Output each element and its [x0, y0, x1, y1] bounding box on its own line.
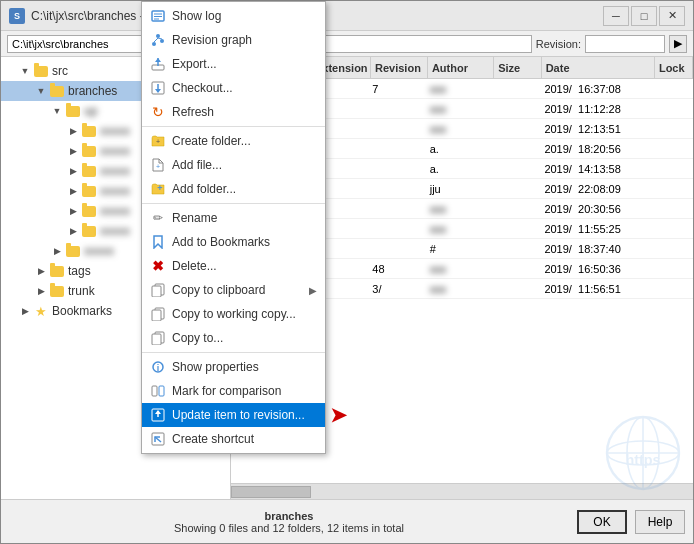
- add-file-icon: +: [150, 157, 166, 173]
- menu-label-revision-graph: Revision graph: [172, 33, 317, 47]
- expand-icon: ▶: [33, 283, 49, 299]
- graph-icon: [150, 32, 166, 48]
- tree-label-sub4: xxxxx: [100, 184, 130, 198]
- folder-icon: [49, 84, 65, 98]
- status-info: branches Showing 0 files and 12 folders,…: [9, 510, 569, 534]
- svg-marker-14: [155, 89, 161, 93]
- menu-item-create-shortcut[interactable]: Create shortcut: [142, 427, 325, 451]
- tree-label-sub5: xxxxx: [100, 204, 130, 218]
- menu-item-delete[interactable]: ✖ Delete...: [142, 254, 325, 278]
- menu-label-checkout: Checkout...: [172, 81, 317, 95]
- svg-text:+: +: [157, 183, 162, 193]
- menu-label-add-bookmarks: Add to Bookmarks: [172, 235, 317, 249]
- menu-separator-1: [142, 126, 325, 127]
- folder-icon: [81, 184, 97, 198]
- menu-label-copy-working: Copy to working copy...: [172, 307, 317, 321]
- address-bar: Revision: ▶: [1, 31, 693, 57]
- folder-icon: [33, 64, 49, 78]
- expand-icon: ▼: [33, 83, 49, 99]
- col-header-lock[interactable]: Lock: [655, 57, 693, 78]
- copy-clipboard-icon: [150, 282, 166, 298]
- main-window: S C:\it\jx\src\branches - Re ─ □ ✕ Revis…: [0, 0, 694, 544]
- svg-text:+: +: [156, 163, 160, 170]
- menu-label-delete: Delete...: [172, 259, 317, 273]
- menu-label-export: Export...: [172, 57, 317, 71]
- menu-label-refresh: Refresh: [172, 105, 317, 119]
- svg-point-5: [156, 34, 160, 38]
- maximize-button[interactable]: □: [631, 6, 657, 26]
- svg-point-4: [152, 42, 156, 46]
- menu-item-add-file[interactable]: + Add file...: [142, 153, 325, 177]
- menu-item-mark-comparison[interactable]: Mark for comparison: [142, 379, 325, 403]
- menu-item-revision-graph[interactable]: Revision graph: [142, 28, 325, 52]
- col-header-size[interactable]: Size: [494, 57, 542, 78]
- tree-label-sub3: xxxxx: [100, 164, 130, 178]
- svg-point-6: [160, 39, 164, 43]
- bookmark-add-icon: [150, 234, 166, 250]
- menu-item-create-folder[interactable]: + Create folder...: [142, 129, 325, 153]
- expand-icon: ▶: [65, 203, 81, 219]
- tree-label-sub1: xxxxx: [100, 124, 130, 138]
- menu-label-add-folder: Add folder...: [172, 182, 317, 196]
- menu-item-rename[interactable]: ✏ Rename: [142, 206, 325, 230]
- menu-item-refresh[interactable]: ↻ Refresh: [142, 100, 325, 124]
- submenu-arrow: ▶: [309, 285, 317, 296]
- svg-rect-19: [152, 286, 161, 297]
- refresh-icon: ↻: [150, 104, 166, 120]
- expand-icon: ▶: [65, 183, 81, 199]
- delete-icon: ✖: [150, 258, 166, 274]
- tree-label-trunk: trunk: [68, 284, 95, 298]
- svg-rect-27: [159, 386, 164, 396]
- menu-item-copy-working[interactable]: Copy to working copy...: [142, 302, 325, 326]
- menu-item-checkout[interactable]: Checkout...: [142, 76, 325, 100]
- svg-line-8: [158, 38, 162, 39]
- menu-label-create-folder: Create folder...: [172, 134, 317, 148]
- ok-button[interactable]: OK: [577, 510, 627, 534]
- svg-text:+: +: [156, 138, 160, 145]
- expand-icon: ▶: [65, 123, 81, 139]
- svg-text:i: i: [157, 363, 160, 373]
- horizontal-scrollbar[interactable]: [231, 483, 693, 499]
- menu-item-copy-to[interactable]: Copy to...: [142, 326, 325, 350]
- update-icon: [150, 407, 166, 423]
- menu-item-add-bookmarks[interactable]: Add to Bookmarks: [142, 230, 325, 254]
- tree-label-sub7: xxxxx: [84, 244, 114, 258]
- folder-icon: [81, 204, 97, 218]
- menu-label-show-log: Show log: [172, 9, 317, 23]
- menu-item-add-folder[interactable]: + Add folder...: [142, 177, 325, 201]
- col-header-date[interactable]: Date: [542, 57, 655, 78]
- menu-item-update-revision[interactable]: Update item to revision... ➤: [142, 403, 325, 427]
- close-button[interactable]: ✕: [659, 6, 685, 26]
- help-button[interactable]: Help: [635, 510, 685, 534]
- properties-icon: i: [150, 359, 166, 375]
- menu-label-rename: Rename: [172, 211, 317, 225]
- folder-icon: [81, 224, 97, 238]
- status-info-text: Showing 0 files and 12 folders, 12 items…: [174, 522, 404, 534]
- menu-item-export[interactable]: Export...: [142, 52, 325, 76]
- go-button[interactable]: ▶: [669, 35, 687, 53]
- tree-label-bookmarks: Bookmarks: [52, 304, 112, 318]
- folder-icon: [65, 104, 81, 118]
- export-icon: [150, 56, 166, 72]
- content-area: ▼ src ▼ branches ▼ up ▶ xxxxx ▶: [1, 57, 693, 499]
- log-icon: [150, 8, 166, 24]
- expand-icon: ▶: [17, 303, 33, 319]
- app-icon: S: [9, 8, 25, 24]
- col-header-author[interactable]: Author: [428, 57, 494, 78]
- tree-label-sub2: xxxxx: [100, 144, 130, 158]
- revision-input[interactable]: [585, 35, 665, 53]
- status-bar: branches Showing 0 files and 12 folders,…: [1, 499, 693, 543]
- checkout-icon: [150, 80, 166, 96]
- menu-item-show-log[interactable]: Show log: [142, 4, 325, 28]
- window-controls: ─ □ ✕: [603, 6, 685, 26]
- svg-marker-11: [155, 58, 161, 62]
- minimize-button[interactable]: ─: [603, 6, 629, 26]
- menu-label-copy-clipboard: Copy to clipboard: [172, 283, 303, 297]
- col-header-revision[interactable]: Revision: [371, 57, 428, 78]
- status-folder-name: branches: [265, 510, 314, 522]
- expand-icon: ▶: [65, 223, 81, 239]
- menu-item-show-properties[interactable]: i Show properties: [142, 355, 325, 379]
- tree-label-sub6: xxxxx: [100, 224, 130, 238]
- tree-label-branches: branches: [68, 84, 117, 98]
- menu-item-copy-clipboard[interactable]: Copy to clipboard ▶: [142, 278, 325, 302]
